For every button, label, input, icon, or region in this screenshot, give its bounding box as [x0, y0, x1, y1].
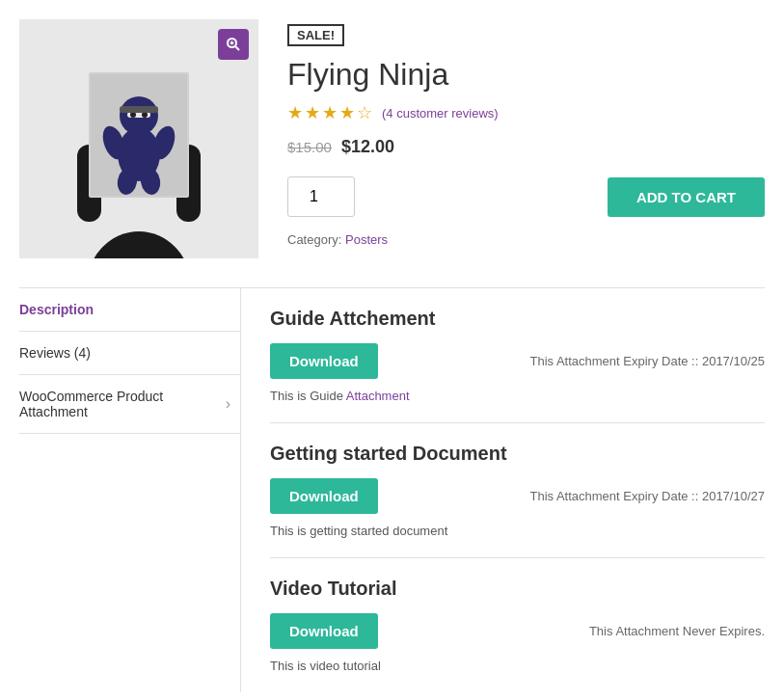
sidebar-arrow-icon: ›	[226, 395, 230, 413]
attachment-title-guide: Guide Attchement	[270, 308, 765, 330]
download-button-getting-started[interactable]: Download	[270, 478, 378, 514]
attachment-desc-video: This is video tutorial	[270, 659, 765, 673]
attachment-row-getting-started: Download This Attachment Expiry Date :: …	[270, 478, 765, 514]
sidebar-item-reviews[interactable]: Reviews (4)	[19, 332, 240, 375]
attachment-title-video: Video Tutorial	[270, 578, 765, 600]
review-link[interactable]: (4 customer reviews)	[382, 106, 499, 121]
expiry-text-guide: This Attachment Expiry Date :: 2017/10/2…	[529, 354, 765, 368]
attachment-title-getting-started: Getting started Document	[270, 443, 765, 465]
svg-line-17	[235, 46, 239, 50]
sidebar-item-woocommerce-label: WooCommerce Product Attachment	[19, 389, 226, 419]
sidebar-item-woocommerce-attachment[interactable]: WooCommerce Product Attachment ›	[19, 375, 240, 434]
rating-row: ★★★★☆ (4 customer reviews)	[287, 102, 765, 123]
expiry-text-getting-started: This Attachment Expiry Date :: 2017/10/2…	[529, 489, 765, 503]
expiry-text-video: This Attachment Never Expires.	[589, 624, 765, 638]
attachment-row-guide: Download This Attachment Expiry Date :: …	[270, 343, 765, 379]
sidebar-item-description[interactable]: Description	[19, 288, 240, 332]
product-title: Flying Ninja	[287, 56, 765, 93]
svg-rect-11	[120, 106, 158, 113]
download-button-guide[interactable]: Download	[270, 343, 378, 379]
sidebar-item-description-label: Description	[19, 302, 94, 317]
add-to-cart-button[interactable]: Add to cart	[608, 177, 765, 217]
quantity-input[interactable]	[287, 176, 355, 217]
product-details-col: SALE! Flying Ninja ★★★★☆ (4 customer rev…	[287, 19, 765, 258]
add-to-cart-row: Add to cart	[287, 176, 765, 217]
page-wrapper: SALE! Flying Ninja ★★★★☆ (4 customer rev…	[0, 0, 784, 700]
attachment-section-guide: Guide Attchement Download This Attachmen…	[270, 288, 765, 423]
star-rating: ★★★★☆	[287, 102, 374, 123]
category-label: Category:	[287, 232, 341, 247]
product-image-wrapper	[19, 19, 258, 258]
old-price: $15.00	[287, 139, 332, 155]
sidebar-item-reviews-label: Reviews (4)	[19, 345, 91, 361]
attachment-desc-guide: This is Guide Attachment	[270, 389, 765, 403]
price-row: $15.00 $12.00	[287, 137, 765, 157]
attachment-desc-getting-started: This is getting started document	[270, 524, 765, 538]
new-price: $12.00	[341, 137, 394, 157]
lower-section: Description Reviews (4) WooCommerce Prod…	[19, 288, 765, 692]
attachment-row-video: Download This Attachment Never Expires.	[270, 613, 765, 649]
sale-badge: SALE!	[287, 24, 344, 46]
attachment-section-getting-started: Getting started Document Download This A…	[270, 423, 765, 558]
content-area: Guide Attchement Download This Attachmen…	[241, 288, 765, 692]
product-section: SALE! Flying Ninja ★★★★☆ (4 customer rev…	[19, 19, 765, 258]
attachment-link-guide[interactable]: Attachment	[346, 389, 410, 403]
product-image-col	[19, 19, 258, 258]
category-link[interactable]: Posters	[345, 232, 388, 247]
zoom-icon[interactable]	[218, 29, 249, 60]
category-row: Category: Posters	[287, 232, 765, 247]
download-button-video[interactable]: Download	[270, 613, 378, 649]
attachment-section-video: Video Tutorial Download This Attachment …	[270, 558, 765, 692]
magnify-glass-icon	[226, 37, 241, 52]
sidebar: Description Reviews (4) WooCommerce Prod…	[19, 288, 241, 692]
